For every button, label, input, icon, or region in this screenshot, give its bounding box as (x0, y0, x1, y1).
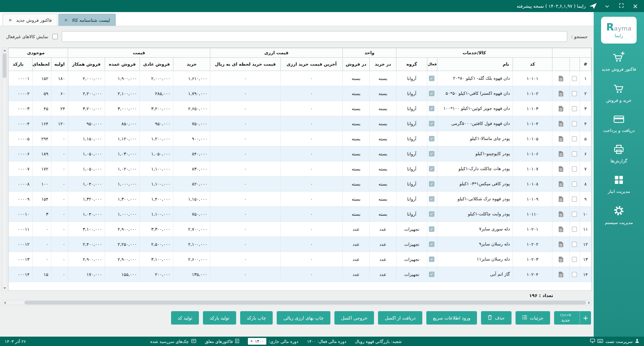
tab-product-list[interactable]: لیست شناسنامه کالا × (58, 14, 116, 26)
scroll-left-arrow[interactable] (2, 300, 7, 305)
col-header-fx-last[interactable]: آخرین قیمت خرید ارزی (280, 58, 342, 71)
row-checkbox[interactable] (572, 227, 577, 232)
cell-select[interactable] (570, 71, 580, 86)
col-header-buy[interactable]: خرید (173, 58, 210, 71)
row-checkbox[interactable] (572, 197, 577, 202)
cell-select[interactable] (570, 237, 580, 252)
cell-select[interactable] (570, 192, 580, 207)
generate-barcode-button[interactable]: تولید بارکد (203, 311, 236, 325)
cell-select[interactable] (570, 116, 580, 131)
row-checkbox[interactable] (572, 212, 577, 217)
sidebar-item-reports[interactable]: گزارش‌ها (594, 144, 644, 164)
cell-select[interactable] (570, 146, 580, 161)
document-icon[interactable] (558, 90, 564, 97)
col-header-stock-instant[interactable]: لحظه‌ای (32, 58, 51, 71)
col-header-stock-initial[interactable]: اولیه (51, 58, 68, 71)
cell-document[interactable] (552, 207, 570, 222)
cell-document[interactable] (552, 192, 570, 207)
generate-code-button[interactable]: تولید کد (171, 311, 199, 325)
table-row[interactable]: ۷۱۰۱۰۷پودر هات چاکلت دارک-۱کیلو✓آروانابس… (8, 161, 591, 177)
document-icon[interactable] (558, 241, 564, 248)
close-icon[interactable]: × (8, 18, 12, 22)
table-row[interactable]: ۳۱۰۱۰۳دان قهوه جویز کوئین-۱کیلو ۱۰۰*۱۰۰✓… (8, 101, 591, 116)
document-icon[interactable] (558, 256, 564, 263)
col-header-barcode[interactable]: بارکد (8, 58, 32, 71)
tab-new-invoice[interactable]: فاکتور فروش جدید × (3, 14, 57, 26)
row-checkbox[interactable] (572, 257, 577, 262)
col-header-sell-partner[interactable]: فروش همکار (68, 58, 105, 71)
row-checkbox[interactable] (572, 76, 577, 81)
due-checks[interactable]: چک‌های سررسید شده (150, 339, 196, 344)
horizontal-scrollbar[interactable] (2, 300, 592, 305)
close-button[interactable]: × (629, 0, 642, 12)
cell-select[interactable] (570, 161, 580, 177)
table-row[interactable]: ۴۱۰۱۰۴دان قهوه فول کافئین- ۵۰۰گرمی✓آروان… (8, 116, 591, 131)
delete-button[interactable]: حذف (481, 311, 511, 325)
sidebar-item-system[interactable]: مدیریت سیستم (594, 205, 644, 225)
col-header-sell-bulk[interactable]: فروش عمده (105, 58, 140, 71)
table-row[interactable]: ۱۳۱۰۲۰۳دله رسلان سایز۱۱✓تجهیزاتعددعدد۰۰۲… (8, 252, 591, 267)
cell-select[interactable] (570, 252, 580, 267)
document-icon[interactable] (558, 226, 564, 232)
cell-document[interactable] (552, 161, 570, 177)
col-header-active[interactable]: فعال (427, 58, 437, 71)
cell-document[interactable] (552, 71, 570, 86)
scroll-down-arrow[interactable] (2, 286, 7, 290)
row-checkbox[interactable] (572, 242, 577, 247)
document-icon[interactable] (558, 75, 564, 82)
row-checkbox[interactable] (572, 182, 577, 187)
fiscal-year-select[interactable]: ۱۴۰۰ (248, 338, 266, 345)
col-header-code[interactable]: کد (513, 58, 552, 71)
horizontal-scroll-thumb[interactable] (24, 301, 586, 304)
new-button[interactable]: + Ctrl+N جدید (554, 311, 591, 325)
table-row[interactable]: ۱۰۱۰۱۱۰پودر وایت چاکلت-۱کیلو✓آروانابستهب… (8, 207, 591, 222)
cell-document[interactable] (552, 267, 570, 282)
cell-select[interactable] (570, 267, 580, 282)
document-icon[interactable] (558, 181, 564, 187)
table-row[interactable]: ۸۱۰۱۰۸پودر کافی میکس۱*۳- ۱کیلو✓آروانابست… (8, 177, 591, 192)
row-checkbox[interactable] (572, 136, 577, 141)
search-input[interactable] (62, 31, 567, 42)
table-row[interactable]: ۱۱۰۱۰۱دان قهوه بلک گلد- ۱کیلو ۸۰*۲۰✓آروا… (8, 71, 591, 86)
import-excel-button[interactable]: دریافت از اکسل (378, 311, 422, 325)
cell-select[interactable] (570, 101, 580, 116)
cell-document[interactable] (552, 131, 570, 146)
col-header-unit-buy[interactable]: در خرید (370, 58, 396, 71)
table-row[interactable]: ۶۱۰۱۰۶پودر کاپوچینو-۱کیلو✓آروانابستهبسته… (8, 146, 591, 161)
cell-select[interactable] (570, 86, 580, 101)
table-row[interactable]: ۱۱۱۰۲۰۱دله سوری سایز۷✓تجهیزاتعددعدد۰۰۲,۷… (8, 222, 591, 237)
cell-document[interactable] (552, 237, 570, 252)
sidebar-item-new-invoice[interactable]: فاکتور فروش جدید (594, 52, 644, 72)
export-excel-button[interactable]: خروجی اکسل (334, 311, 374, 325)
print-fx-prices-button[interactable]: چاپ بهای ارزی ریالی (277, 311, 330, 325)
document-icon[interactable] (558, 211, 564, 217)
scroll-up-arrow[interactable] (2, 48, 7, 53)
print-barcode-button[interactable]: چاپ بارکد (240, 311, 273, 325)
close-icon[interactable]: × (64, 18, 68, 22)
row-checkbox[interactable] (572, 151, 577, 156)
document-icon[interactable] (558, 196, 564, 202)
table-row[interactable]: ۹۱۰۱۰۹پودر قهوه ترک شکلاتی-۱کیلو✓آرواناب… (8, 192, 591, 207)
row-checkbox[interactable] (572, 106, 577, 111)
cell-select[interactable] (570, 131, 580, 146)
cell-document[interactable] (552, 116, 570, 131)
cell-document[interactable] (552, 252, 570, 267)
document-icon[interactable] (558, 106, 564, 112)
table-row[interactable]: ۱۲۱۰۲۰۲دله رسلان سایز۹✓تجهیزاتعددعدد۰۰۲,… (8, 237, 591, 252)
row-checkbox[interactable] (572, 272, 577, 277)
cell-select[interactable] (570, 207, 580, 222)
row-checkbox[interactable] (572, 91, 577, 96)
table-row[interactable]: ۱۴۱۰۲۰۴گاز اتم آبی✓تجهیزاتعددعدد۰۰۱۳۵,۰۰… (8, 267, 591, 282)
col-header-index[interactable]: # (580, 58, 591, 71)
sidebar-item-inventory[interactable]: مدیریت انبار (594, 175, 644, 194)
cell-select[interactable] (570, 222, 580, 237)
quick-entry-button[interactable]: ورود اطلاعات سریع (426, 311, 477, 325)
table-row[interactable]: ۵۱۰۱۰۵پودر چای ماسالا-۱کیلو✓آروانابستهبس… (8, 131, 591, 146)
document-icon[interactable] (558, 121, 564, 127)
chevron-down-button[interactable] (600, 0, 614, 12)
document-icon[interactable] (558, 151, 564, 157)
row-checkbox[interactable] (572, 121, 577, 126)
pending-invoices[interactable]: فاکتورهای معلق (205, 339, 239, 344)
cell-document[interactable] (552, 101, 570, 116)
col-header-fx-rial[interactable]: قیمت خرید لحظه ای به ریال (210, 58, 280, 71)
